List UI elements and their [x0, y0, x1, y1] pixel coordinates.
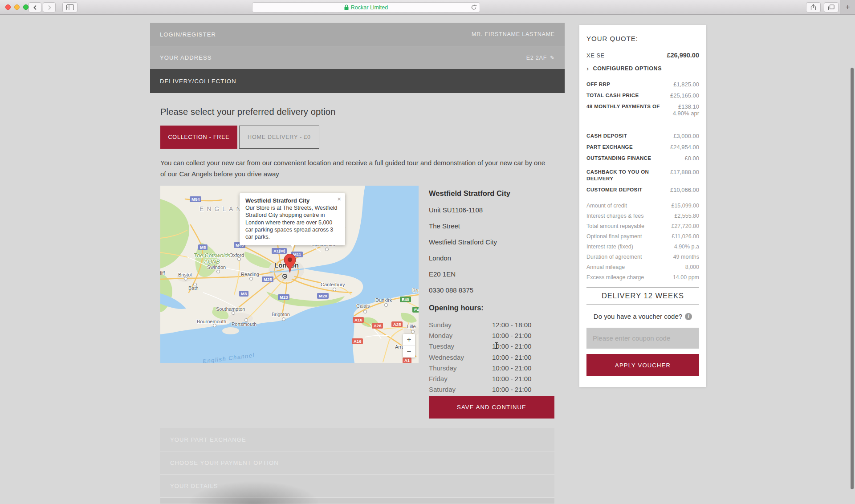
store-address-line: The Street [429, 223, 554, 229]
page-body: LOGIN/REGISTER MR. FIRSTNAME LASTNAME YO… [0, 15, 855, 504]
finance-detail-row: Annual mileage 8,000 [586, 262, 699, 272]
step-your-address[interactable]: YOUR ADDRESS E2 2AF ✎ [150, 46, 565, 69]
close-icon[interactable]: × [337, 195, 341, 202]
quote-row-value: £10,066.00 [670, 187, 699, 193]
step-value: E2 2AF [526, 55, 547, 61]
quote-row: OFF RRP £1,825.00 [586, 79, 699, 90]
window-zoom-button[interactable] [23, 4, 28, 10]
step-delivery-collection[interactable]: DELIVERY/COLLECTION [150, 69, 565, 93]
reload-button[interactable] [471, 4, 477, 12]
quote-row-value: £138.104.90% apr [673, 103, 699, 117]
opening-hours-day: Tuesday [429, 342, 492, 350]
tabs-overview-button[interactable] [824, 2, 839, 12]
finance-row-label: Interest charges & fees [586, 213, 644, 219]
window-close-button[interactable] [5, 4, 11, 10]
finance-row-value: £2,555.80 [674, 213, 699, 219]
quote-panel: YOUR QUOTE: XE SE £26,990.00 › CONFIGURE… [579, 25, 706, 387]
finance-row-value: £15,099.00 [671, 203, 699, 209]
info-icon[interactable]: i [685, 313, 692, 320]
step-disabled[interactable]: YOUR PART EXCHANGE [160, 428, 554, 451]
share-button[interactable] [806, 2, 821, 12]
info-window-title: Westfield Stratford City [245, 197, 339, 204]
quote-rows-deposit: CASH DEPOSIT £3,000.00 PART EXCHANGE £24… [586, 130, 699, 164]
quote-row-label: CASH DEPOSIT [586, 133, 627, 139]
coupon-code-input[interactable] [586, 328, 699, 349]
opening-hours-row: Sunday 12:00 - 18:00 [429, 319, 554, 330]
delivery-heading: Please select your preferred delivery op… [160, 107, 554, 117]
checkout-main-column: LOGIN/REGISTER MR. FIRSTNAME LASTNAME YO… [150, 23, 565, 504]
step-label: YOUR ADDRESS [160, 54, 212, 61]
finance-row-label: Interest rate (fixed) [586, 244, 633, 250]
opening-hours-time: 10:00 - 21:00 [492, 332, 554, 339]
divider [586, 287, 699, 288]
chevron-right-icon: › [586, 65, 589, 72]
sidebar-toggle-button[interactable] [62, 2, 77, 12]
collection-details-row: CardiffBristolBathSwindonOxfordReadingSo… [160, 186, 554, 419]
opening-hours-row: Monday 10:00 - 21:00 [429, 330, 554, 341]
store-map[interactable]: CardiffBristolBathSwindonOxfordReadingSo… [160, 186, 419, 363]
finance-row-label: Annual mileage [586, 264, 625, 271]
collection-free-button[interactable]: COLLECTION - FREE [160, 126, 237, 149]
apply-voucher-button[interactable]: APPLY VOUCHER [586, 354, 699, 376]
zoom-in-button[interactable]: + [403, 334, 415, 345]
save-and-continue-button[interactable]: SAVE AND CONTINUE [429, 396, 554, 419]
zoom-out-button[interactable]: − [403, 345, 415, 358]
step-login-register[interactable]: LOGIN/REGISTER MR. FIRSTNAME LASTNAME [150, 23, 565, 46]
share-icon [810, 4, 816, 11]
quote-row-label: CUSTOMER DEPOSIT [586, 187, 643, 193]
quote-row-label: 48 MONTHLY PAYMENTS OF [586, 103, 660, 110]
new-tab-button[interactable]: + [840, 0, 855, 14]
sidebar-icon [66, 4, 74, 10]
quote-row: OUTSTANDING FINANCE £0.00 [586, 153, 699, 164]
step-label: YOUR PART EXCHANGE [170, 436, 246, 443]
finance-row-value: 14.00 ppm [673, 274, 699, 281]
quote-row: CUSTOMER DEPOSIT £10,066.00 [586, 184, 699, 195]
opening-hours-row: Friday 10:00 - 21:00 [429, 373, 554, 384]
back-button[interactable] [28, 2, 41, 12]
store-phone: 0330 088 8375 [429, 287, 554, 293]
opening-hours-time: 10:00 - 21:00 [492, 354, 554, 361]
quote-rows-main: OFF RRP £1,825.00 TOTAL CASH PRICE £25,1… [586, 79, 699, 119]
opening-hours-time: 10:00 - 21:00 [492, 342, 554, 350]
finance-detail-row: Optional final payment £11,026.00 [586, 232, 699, 242]
finance-row-value: 4.90% p.a [674, 244, 699, 250]
finance-detail-row: Total amount repayable £27,720.80 [586, 221, 699, 232]
finance-row-label: Duration of agreement [586, 254, 642, 260]
step-value: MR. FIRSTNAME LASTNAME [472, 31, 555, 37]
quote-row-label: OUTSTANDING FINANCE [586, 155, 651, 162]
opening-hours-day: Wednesday [429, 354, 492, 361]
finance-detail-row: Amount of credit £15,099.00 [586, 201, 699, 211]
configured-options-toggle[interactable]: › CONFIGURED OPTIONS [586, 65, 699, 72]
reload-icon [471, 4, 477, 11]
forward-icon [47, 5, 52, 10]
voucher-question: Do you have a voucher code? i [586, 313, 699, 320]
address-bar[interactable]: Rockar Limited [252, 2, 480, 12]
step-disabled[interactable]: CHOOSE YOUR PAYMENT OPTION [160, 451, 554, 475]
page-scrollbar[interactable] [851, 68, 854, 489]
quote-rows-finance: Amount of credit £15,099.00 Interest cha… [586, 201, 699, 283]
store-address-line: Westfield Stratford City [429, 239, 554, 245]
quote-row: CASHBACK TO YOU ON DELIVERY £17,888.00 [586, 167, 699, 184]
opening-hours-row: Saturday 10:00 - 21:00 [429, 384, 554, 395]
forward-button[interactable] [43, 2, 56, 12]
opening-hours-time: 10:00 - 21:00 [492, 375, 554, 382]
quote-row: CASH DEPOSIT £3,000.00 [586, 130, 699, 142]
home-delivery-button[interactable]: HOME DELIVERY - £0 [239, 126, 319, 149]
back-icon [33, 5, 38, 10]
configured-options-label: CONFIGURED OPTIONS [593, 65, 662, 72]
delivery-section: Please select your preferred delivery op… [150, 107, 565, 504]
tabs-icon [828, 4, 835, 11]
finance-row-label: Amount of credit [586, 203, 627, 209]
edit-address-icon[interactable]: ✎ [550, 55, 555, 61]
store-postcode: E20 1EN [429, 271, 554, 277]
opening-hours-row: Wednesday 10:00 - 21:00 [429, 352, 554, 362]
finance-detail-row: Interest charges & fees £2,555.80 [586, 211, 699, 221]
quote-row-label: OFF RRP [586, 81, 610, 88]
voucher-question-text: Do you have a voucher code? [594, 313, 682, 320]
opening-hours-day: Monday [429, 332, 492, 339]
window-minimize-button[interactable] [14, 4, 20, 10]
finance-detail-row: Duration of agreement 49 months [586, 252, 699, 262]
store-location-pin[interactable] [283, 253, 297, 274]
lock-icon [344, 4, 349, 10]
quote-row-value: £24,954.00 [670, 144, 699, 150]
